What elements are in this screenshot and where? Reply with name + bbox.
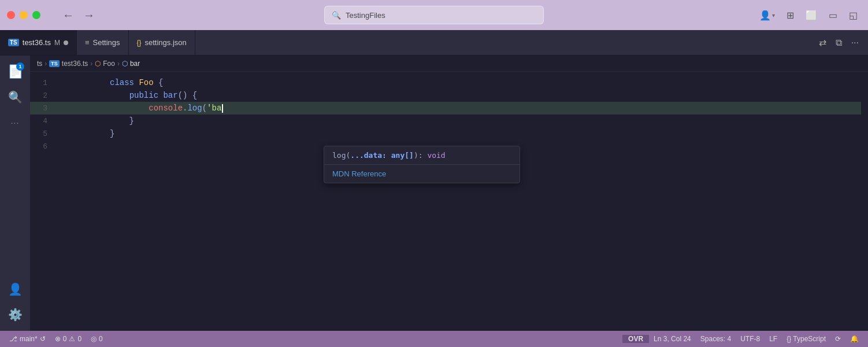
tab-settings[interactable]: ≡ Settings <box>77 30 129 55</box>
hover-param: ...data: any[] <box>350 151 414 160</box>
spaces-label: Spaces: 4 <box>700 335 731 343</box>
hover-popup-header: log(...data: any[]): void <box>324 146 520 165</box>
diff-view-button[interactable]: ⇄ <box>815 35 830 50</box>
nav-buttons: ← → <box>59 6 98 24</box>
split-editor-button[interactable]: ⧉ <box>832 35 845 50</box>
language-label: {} TypeScript <box>787 335 826 343</box>
spaces-item[interactable]: Spaces: 4 <box>696 335 736 343</box>
line-number-1: 1 <box>30 79 59 87</box>
split-vertical-icon: ⬜ <box>806 10 817 21</box>
titlebar: ← → 🔍 TestingFiles 👤 ▾ ⊞ ⬜ ▭ ◱ <box>0 0 868 30</box>
remote-icon: ⟳ <box>835 335 841 343</box>
tab-settings-json-label: settings.json <box>145 38 187 47</box>
more-activity-button[interactable]: ··· <box>3 111 27 134</box>
json-icon: {} <box>137 39 142 47</box>
ellipsis-icon: ··· <box>11 118 20 127</box>
code-line-5: 5 } <box>30 127 868 140</box>
encoding-item[interactable]: UTF-8 <box>736 335 765 343</box>
language-item[interactable]: {} TypeScript <box>782 335 830 343</box>
settings-gear-button[interactable]: ⚙️ <box>3 303 27 326</box>
account-button[interactable]: 👤 <box>3 278 27 301</box>
layout-grid-icon: ⊞ <box>787 10 794 21</box>
tabbar-right: ⇄ ⧉ ··· <box>815 30 868 55</box>
tab-test36-label: test36.ts <box>23 38 51 47</box>
class-icon: ⬡ <box>95 60 101 68</box>
mdn-reference-link[interactable]: MDN Reference <box>332 169 386 178</box>
forward-button[interactable]: → <box>80 6 98 24</box>
activity-bar: 📄 1 🔍 ··· 👤 ⚙️ <box>0 56 30 331</box>
search-button[interactable]: 🔍 <box>3 86 27 109</box>
broadcast-icon: ◎ <box>91 335 97 343</box>
scrollbar-track[interactable] <box>861 72 868 331</box>
line-ending-item[interactable]: LF <box>765 335 782 343</box>
line-number-2: 2 <box>30 91 59 100</box>
tab-dot <box>64 40 68 45</box>
line-number-6: 6 <box>30 142 59 151</box>
cursor-position-item[interactable]: Ln 3, Col 24 <box>649 335 696 343</box>
settings-icon: ≡ <box>85 38 90 47</box>
account-circle-icon: 👤 <box>8 282 23 296</box>
sync-icon: ↺ <box>40 335 46 343</box>
breadcrumb-foo[interactable]: ⬡ Foo <box>95 60 115 68</box>
search-icon: 🔍 <box>332 11 341 20</box>
split-vertical-button[interactable]: ⬜ <box>802 8 821 23</box>
maximize-panel-button[interactable]: ◱ <box>845 8 861 23</box>
tab-settings-label: Settings <box>93 38 120 47</box>
maximize-panel-icon: ◱ <box>849 10 858 21</box>
activity-bottom: 👤 ⚙️ <box>3 278 27 326</box>
ovr-label: OVR <box>628 335 643 343</box>
ts-icon: TS <box>8 39 19 46</box>
traffic-lights <box>7 11 40 19</box>
search-bar[interactable]: 🔍 TestingFiles <box>324 6 544 24</box>
close-button[interactable] <box>7 11 15 19</box>
hover-popup: log(...data: any[]): void MDN Reference <box>324 146 520 183</box>
minimize-button[interactable] <box>20 11 28 19</box>
maximize-button[interactable] <box>32 11 40 19</box>
line-number-3: 3 <box>30 104 59 113</box>
hover-return: void <box>427 151 445 160</box>
notifications-item[interactable]: 🔔 <box>845 335 863 343</box>
statusbar: ⎇ main* ↺ ⊗ 0 ⚠ 0 ◎ 0 OVR Ln 3, Col 24 S… <box>0 331 868 347</box>
tab-test36[interactable]: TS test36.ts M <box>0 30 77 55</box>
code-area[interactable]: 1 class Foo { 2 public bar() { 3 console… <box>30 72 868 331</box>
error-count: 0 <box>63 335 67 343</box>
layout-grid-button[interactable]: ⊞ <box>783 8 797 23</box>
broadcast-item[interactable]: ◎ 0 <box>86 331 107 347</box>
back-button[interactable]: ← <box>59 6 77 24</box>
line-number-5: 5 <box>30 130 59 138</box>
account-icon: 👤 <box>759 10 771 21</box>
activity-badge: 1 <box>16 62 24 71</box>
git-branch-item[interactable]: ⎇ main* ↺ <box>5 331 50 347</box>
tab-modified-badge: M <box>54 39 60 47</box>
remote-sync-item[interactable]: ⟳ <box>830 335 845 343</box>
breadcrumb-ts[interactable]: ts <box>37 60 42 68</box>
cursor-position-label: Ln 3, Col 24 <box>654 335 691 343</box>
breadcrumb: ts › TS test36.ts › ⬡ Foo › ⬡ bar <box>30 56 868 72</box>
more-actions-button[interactable]: ··· <box>848 35 862 50</box>
errors-item[interactable]: ⊗ 0 ⚠ 0 <box>50 331 86 347</box>
main-layout: 📄 1 🔍 ··· 👤 ⚙️ ts › TS test36.ts <box>0 56 868 331</box>
ovr-item[interactable]: OVR <box>622 335 649 343</box>
error-icon: ⊗ <box>55 335 61 343</box>
tab-settings-json[interactable]: {} settings.json <box>129 30 195 55</box>
status-right: OVR Ln 3, Col 24 Spaces: 4 UTF-8 LF {} T… <box>622 335 863 343</box>
breadcrumb-file[interactable]: TS test36.ts <box>49 60 88 68</box>
ts-badge: TS <box>49 60 60 67</box>
method-icon: ⬡ <box>122 60 128 68</box>
bell-icon: 🔔 <box>850 335 859 343</box>
editor-area: ts › TS test36.ts › ⬡ Foo › ⬡ bar 1 <box>30 56 868 331</box>
warning-count: 0 <box>77 335 81 343</box>
account-icon-button[interactable]: 👤 ▾ <box>756 8 778 23</box>
branch-icon: ⎇ <box>9 335 17 343</box>
explorer-button[interactable]: 📄 1 <box>3 60 27 83</box>
broadcast-count: 0 <box>99 335 103 343</box>
line-number-4: 4 <box>30 117 59 125</box>
titlebar-right: 👤 ▾ ⊞ ⬜ ▭ ◱ <box>756 8 861 23</box>
search-icon: 🔍 <box>8 90 23 104</box>
split-horizontal-button[interactable]: ▭ <box>825 8 841 23</box>
breadcrumb-bar[interactable]: ⬡ bar <box>122 60 140 68</box>
split-horizontal-icon: ▭ <box>829 10 837 21</box>
search-text: TestingFiles <box>346 11 385 20</box>
warning-icon: ⚠ <box>69 335 75 343</box>
gear-icon: ⚙️ <box>8 308 23 322</box>
